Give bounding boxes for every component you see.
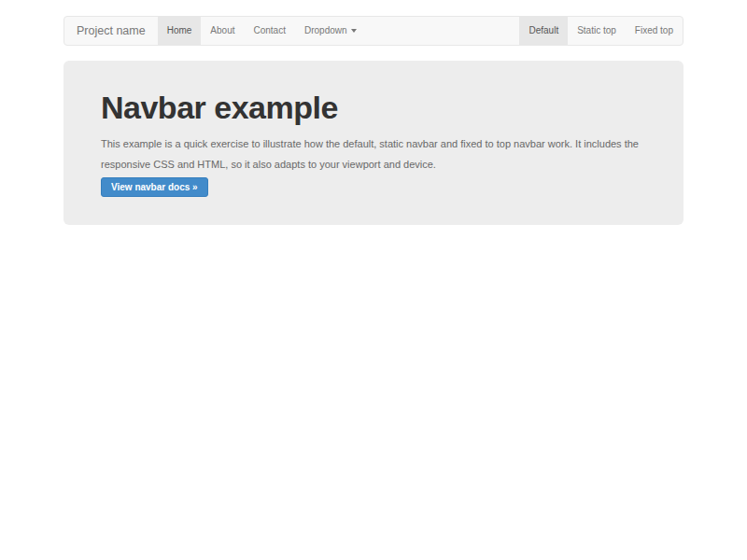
nav-item-static-top[interactable]: Static top [568,17,626,45]
navbar-right-group: Default Static top Fixed top [519,17,683,45]
navbar-left-group: Project name Home About Contact Dropdown [64,17,366,45]
nav-item-contact[interactable]: Contact [244,17,294,45]
nav-item-fixed-top[interactable]: Fixed top [626,17,683,45]
nav-item-dropdown[interactable]: Dropdown [295,17,366,45]
nav-item-default[interactable]: Default [519,17,568,45]
nav-item-home[interactable]: Home [158,17,202,45]
navbar: Project name Home About Contact Dropdown… [63,16,684,46]
nav-item-about[interactable]: About [201,17,244,45]
page-title: Navbar example [101,89,657,126]
nav-item-dropdown-label: Dropdown [304,17,347,45]
page-description: This example is a quick exercise to illu… [101,133,657,175]
page-container: Project name Home About Contact Dropdown… [63,16,684,225]
view-navbar-docs-button[interactable]: View navbar docs » [101,177,208,197]
caret-down-icon [351,29,357,33]
brand-link[interactable]: Project name [64,17,158,45]
jumbotron: Navbar example This example is a quick e… [63,61,684,225]
